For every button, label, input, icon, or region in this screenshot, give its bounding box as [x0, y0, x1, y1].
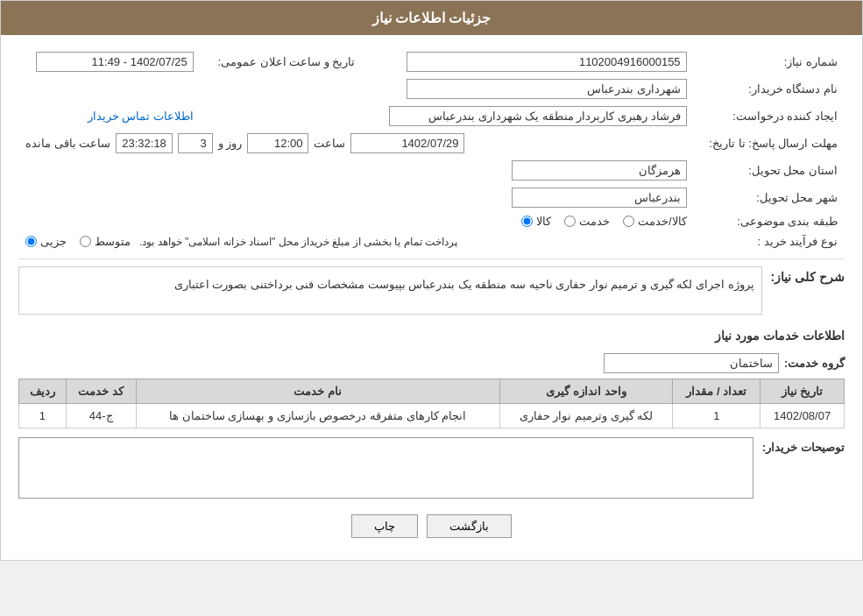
shahr-label: شهر محل تحویل: [694, 184, 845, 211]
page-title: جزئیات اطلاعات نیاز [1, 1, 862, 35]
cell-tedad: 1 [673, 404, 760, 428]
col-name: نام خدمت [136, 379, 499, 404]
noe-farayand-label: نوع فرآیند خرید : [694, 231, 845, 251]
col-tarikh: تاریخ نیاز [760, 379, 845, 404]
shomara-niaz-value: 1102004916000155 [381, 48, 693, 75]
radio-khedmat[interactable]: خدمت [564, 215, 610, 228]
grohe-value: ساختمان [604, 353, 779, 373]
services-table: تاریخ نیاز تعداد / مقدار واحد اندازه گیر… [18, 379, 845, 428]
tasnif-label: طبقه بندی موضوعی: [694, 211, 845, 231]
ejad-konande-value: فرشاد رهبری کاربردار منطقه یک شهرداری بن… [201, 103, 694, 130]
ostan-value: هرمزگان [18, 157, 694, 184]
mohlat-value: 1402/07/29 ساعت 12:00 روز و 3 23:32:18 س… [18, 130, 694, 157]
noe-farayand-content: پرداخت تمام یا بخشی از مبلغ خریداز محل "… [18, 231, 694, 251]
col-vahed: واحد اندازه گیری [499, 379, 673, 404]
nam-dastgah-value: شهرداری بندرعباس [18, 75, 694, 103]
etelaat-tamas-link[interactable]: اطلاعات تماس خریدار [18, 103, 201, 130]
tarikh-label: تاریخ و ساعت اعلان عمومی: [201, 48, 382, 75]
tosif-label: توصیحات خریدار: [762, 437, 845, 454]
cell-radif: 1 [19, 404, 67, 428]
back-button[interactable]: بازگشت [427, 514, 512, 538]
cell-kod: ج-44 [66, 404, 136, 428]
sharh-label: شرح کلی نیاز: [771, 266, 845, 284]
col-kod: کد خدمت [66, 379, 136, 404]
shahr-value: بندرعباس [18, 184, 694, 211]
cell-vahed: لکه گیری وترمیم نوار حفاری [499, 404, 673, 428]
button-row: بازگشت چاپ [18, 514, 845, 538]
tarikh-value: 1402/07/25 - 11:49 [18, 48, 201, 75]
mohlat-label: مهلت ارسال پاسخ: تا تاریخ: [694, 130, 845, 157]
tasnif-radios: کالا/خدمت خدمت کالا [18, 211, 694, 231]
noe-notice: پرداخت تمام یا بخشی از مبلغ خریداز محل "… [139, 236, 457, 248]
ejad-konande-label: ایجاد کننده درخواست: [694, 103, 845, 130]
shomara-niaz-label: شماره نیاز: [694, 48, 845, 75]
radio-kala-khedmat[interactable]: کالا/خدمت [623, 215, 687, 228]
grohe-label: گروه خدمت: [784, 357, 845, 370]
ostan-label: استان محل تحویل: [694, 157, 845, 184]
cell-tarikh: 1402/08/07 [760, 404, 845, 428]
table-row: 1402/08/07 1 لکه گیری وترمیم نوار حفاری … [19, 404, 845, 428]
col-radif: ردیف [19, 379, 67, 404]
radio-motavasset[interactable]: متوسط [80, 235, 131, 248]
col-tedad: تعداد / مقدار [673, 379, 760, 404]
print-button[interactable]: چاپ [351, 514, 418, 538]
cell-name: انجام کارهای متفرقه درخصوص بازسازی و بهس… [136, 404, 499, 428]
khadamat-title: اطلاعات خدمات مورد نیاز [18, 325, 845, 346]
radio-jozii[interactable]: جزیی [25, 235, 67, 248]
grohe-service-row: گروه خدمت: ساختمان [18, 353, 845, 373]
radio-kala[interactable]: کالا [521, 215, 551, 228]
nam-dastgah-label: نام دستگاه خریدار: [694, 75, 845, 103]
sharh-value: پروژه اجرای لکه گیری و ترمیم نوار حفاری … [18, 266, 762, 315]
tosif-textarea[interactable] [18, 437, 753, 499]
